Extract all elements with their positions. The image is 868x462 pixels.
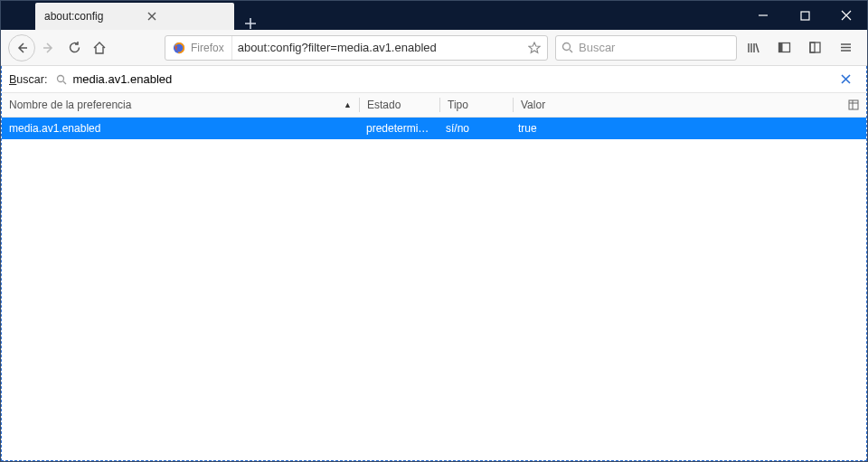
pref-type: sí/no bbox=[439, 118, 511, 139]
pref-value: true bbox=[511, 118, 866, 139]
svg-rect-0 bbox=[801, 12, 809, 20]
sidebars-button[interactable] bbox=[769, 33, 798, 62]
url-text[interactable]: about:config?filter=media.av1.enabled bbox=[232, 41, 522, 54]
search-input[interactable] bbox=[579, 41, 731, 54]
svg-rect-6 bbox=[810, 42, 815, 52]
window-maximize-button[interactable] bbox=[784, 1, 826, 30]
sort-asc-icon: ▲ bbox=[344, 100, 352, 109]
search-box[interactable] bbox=[555, 35, 737, 61]
bookmark-star-icon[interactable] bbox=[522, 42, 547, 54]
home-button[interactable] bbox=[88, 33, 111, 62]
pref-state: predetermina... bbox=[359, 118, 439, 139]
svg-point-2 bbox=[562, 43, 570, 51]
tab-close-icon[interactable] bbox=[145, 9, 159, 24]
window-minimize-button[interactable] bbox=[742, 1, 784, 30]
column-headers: Nombre de la preferencia ▲ Estado Tipo V… bbox=[2, 93, 866, 118]
window-close-button[interactable] bbox=[826, 1, 867, 30]
nav-toolbar: Firefox about:config?filter=media.av1.en… bbox=[1, 30, 867, 66]
column-header-type[interactable]: Tipo bbox=[440, 93, 513, 117]
app-menu-button[interactable] bbox=[831, 33, 860, 62]
url-bar[interactable]: Firefox about:config?filter=media.av1.en… bbox=[165, 35, 548, 61]
site-identity[interactable]: Firefox bbox=[165, 36, 232, 60]
new-tab-button[interactable] bbox=[238, 17, 263, 30]
pref-row[interactable]: media.av1.enabled predetermina... sí/no … bbox=[2, 118, 866, 139]
about-config-page: Buscar: Nombre de la preferencia ▲ Estad… bbox=[1, 66, 867, 461]
identity-label: Firefox bbox=[191, 42, 224, 54]
firefox-icon bbox=[173, 42, 185, 54]
library-button[interactable] bbox=[739, 33, 768, 62]
svg-point-7 bbox=[58, 75, 64, 81]
pref-search-bar: Buscar: bbox=[2, 66, 866, 93]
clear-search-button[interactable] bbox=[841, 74, 859, 84]
window-titlebar: about:config bbox=[1, 1, 867, 30]
reload-button[interactable] bbox=[62, 33, 86, 62]
search-icon bbox=[56, 74, 67, 85]
column-header-state[interactable]: Estado bbox=[360, 93, 439, 117]
browser-tab[interactable]: about:config bbox=[35, 3, 234, 30]
forward-button[interactable] bbox=[37, 33, 61, 62]
column-header-name[interactable]: Nombre de la preferencia ▲ bbox=[2, 93, 359, 117]
column-header-value[interactable]: Valor bbox=[514, 93, 841, 117]
column-picker-button[interactable] bbox=[841, 93, 866, 117]
pref-search-input[interactable] bbox=[72, 72, 832, 86]
pref-name: media.av1.enabled bbox=[2, 118, 359, 139]
svg-rect-4 bbox=[778, 43, 782, 52]
search-icon bbox=[561, 42, 573, 53]
tab-title: about:config bbox=[44, 10, 103, 23]
svg-rect-8 bbox=[849, 100, 858, 109]
search-label: Buscar: bbox=[9, 73, 47, 86]
reader-view-button[interactable] bbox=[800, 33, 829, 62]
back-button[interactable] bbox=[8, 33, 35, 62]
